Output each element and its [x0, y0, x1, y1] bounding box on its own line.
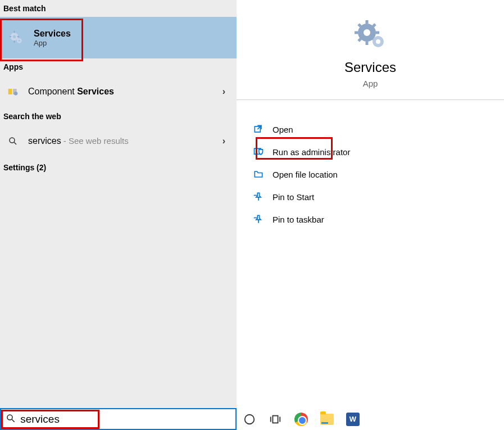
svg-line-20 [358, 39, 361, 41]
best-match-subtitle: App [34, 39, 71, 47]
svg-point-1 [13, 35, 16, 38]
detail-title: Services [237, 60, 504, 75]
action-pin-to-start[interactable]: Pin to Start [237, 185, 504, 208]
open-icon [252, 123, 265, 135]
web-result-label: services - See web results [28, 136, 223, 146]
svg-point-7 [19, 40, 21, 42]
services-gear-icon [8, 29, 25, 46]
chevron-right-icon: › [223, 87, 225, 97]
taskbar: W [237, 408, 504, 430]
svg-rect-34 [273, 415, 278, 423]
folder-icon [252, 168, 265, 180]
detail-subtitle: App [237, 79, 504, 88]
web-result-services[interactable]: services - See web results › [0, 125, 237, 157]
svg-point-22 [364, 29, 370, 36]
svg-point-31 [7, 415, 12, 420]
svg-line-18 [358, 24, 361, 26]
action-open[interactable]: Open [237, 118, 504, 141]
svg-rect-8 [8, 89, 12, 94]
action-run-as-admin[interactable]: Run as administrator [237, 141, 504, 163]
svg-point-24 [376, 39, 380, 44]
search-input[interactable] [20, 413, 235, 426]
shield-icon [252, 146, 265, 158]
search-icon [6, 413, 17, 426]
pin-icon [252, 213, 265, 225]
best-match-header: Best match [0, 0, 237, 17]
cortana-icon[interactable] [242, 412, 257, 427]
svg-point-33 [245, 414, 255, 424]
svg-line-12 [14, 142, 16, 144]
pin-icon [252, 191, 265, 203]
best-match-title: Services [34, 29, 71, 39]
app-result-component-services[interactable]: Component Services › [0, 75, 237, 108]
action-file-location-label: Open file location [273, 170, 338, 179]
svg-line-32 [12, 419, 15, 422]
action-admin-label: Run as administrator [273, 147, 350, 157]
detail-panel: Services App Open Run as administrator [237, 0, 504, 408]
app-result-label: Component Services [28, 87, 223, 97]
chrome-icon[interactable] [294, 412, 308, 427]
task-view-icon[interactable] [268, 412, 283, 427]
services-large-gear-icon [352, 17, 388, 53]
web-header: Search the web [0, 108, 237, 125]
action-pin-start-label: Pin to Start [273, 192, 314, 202]
search-icon [6, 134, 20, 148]
chevron-right-icon: › [223, 136, 225, 146]
divider [237, 99, 504, 100]
best-match-result-services[interactable]: Services App [0, 17, 237, 58]
word-icon[interactable]: W [346, 412, 360, 427]
settings-header[interactable]: Settings (2) [0, 157, 237, 178]
search-bar[interactable] [0, 408, 237, 430]
action-open-label: Open [273, 125, 293, 134]
component-services-icon [6, 84, 20, 99]
action-pin-taskbar-label: Pin to taskbar [273, 215, 324, 224]
svg-point-10 [14, 92, 18, 96]
search-results-panel: Best match Services App Apps Com [0, 0, 237, 408]
svg-line-21 [373, 24, 375, 26]
action-open-file-location[interactable]: Open file location [237, 163, 504, 185]
action-pin-to-taskbar[interactable]: Pin to taskbar [237, 208, 504, 230]
svg-point-11 [10, 138, 15, 143]
file-explorer-icon[interactable] [320, 412, 334, 427]
apps-header: Apps [0, 58, 237, 75]
